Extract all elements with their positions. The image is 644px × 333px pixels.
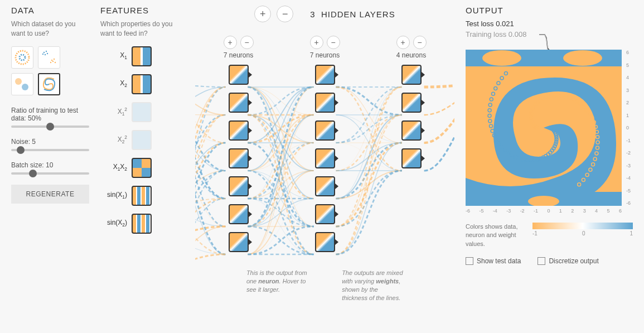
feature-toggle-4[interactable] — [132, 158, 152, 178]
svg-point-4 — [45, 54, 46, 55]
neuron-l2-n3[interactable] — [401, 148, 422, 168]
neuron-count-layer-1: 7 neurons — [310, 51, 340, 59]
colorbar-labels: -101 — [532, 230, 633, 237]
data-question: Which dataset do you want to use? — [11, 20, 89, 38]
regenerate-button[interactable]: REGENERATE — [11, 185, 89, 204]
feature-toggle-5[interactable] — [132, 186, 152, 206]
neuron-l0-n1[interactable] — [229, 93, 249, 113]
hidden-layers-label: HIDDEN LAYERS — [321, 9, 395, 19]
neuron-l1-n5[interactable] — [315, 204, 335, 224]
neuron-l1-n6[interactable] — [315, 232, 335, 252]
svg-point-6 — [47, 52, 48, 54]
noise-slider[interactable] — [11, 149, 89, 151]
feature-label-4: X1X2 — [100, 163, 127, 172]
svg-point-5 — [42, 53, 43, 54]
feature-label-3: X22 — [100, 134, 127, 144]
svg-point-1 — [20, 55, 25, 60]
neuron-l0-n2[interactable] — [229, 120, 249, 141]
plot-x-axis: -6-5-4-3-2-10123456 — [466, 208, 622, 214]
colorbar — [532, 223, 633, 229]
test-loss: Test loss 0.021 — [466, 20, 633, 28]
remove-neuron-layer-0[interactable]: − — [240, 36, 254, 49]
feature-toggle-1[interactable] — [132, 74, 152, 94]
feature-toggle-2[interactable] — [132, 102, 152, 122]
neuron-l2-n2[interactable] — [401, 120, 422, 141]
dataset-gaussians[interactable] — [38, 46, 60, 69]
add-neuron-layer-2[interactable]: + — [396, 36, 410, 49]
colorbar-caption: Colors shows data, neuron and weight val… — [466, 223, 521, 248]
neuron-count-layer-2: 4 neurons — [396, 51, 426, 59]
discretize-output-checkbox[interactable]: Discretize output — [538, 257, 598, 265]
data-heading: DATA — [11, 6, 89, 15]
neuron-l0-n6[interactable] — [229, 232, 249, 252]
hidden-count: 3 — [310, 9, 315, 19]
dataset-spiral[interactable] — [38, 73, 60, 95]
svg-point-17 — [482, 50, 521, 66]
dataset-circles[interactable] — [11, 46, 33, 69]
svg-point-3 — [46, 50, 47, 51]
neuron-l1-n0[interactable] — [315, 65, 335, 85]
svg-point-13 — [22, 84, 28, 90]
neuron-l0-n4[interactable] — [229, 176, 249, 196]
neuron-l2-n1[interactable] — [401, 93, 422, 113]
feature-toggle-0[interactable] — [132, 46, 152, 66]
remove-layer-button[interactable]: − — [277, 6, 293, 22]
svg-point-12 — [15, 78, 22, 85]
svg-point-2 — [43, 51, 45, 52]
svg-point-8 — [50, 61, 51, 62]
svg-point-9 — [54, 58, 55, 59]
neuron-l0-n3[interactable] — [229, 148, 249, 168]
ratio-slider[interactable] — [11, 126, 89, 128]
output-plot[interactable]: 6543210-1-2-3-4-5-6 -6-5-4-3-2-10123456 — [466, 50, 622, 206]
dataset-blobs[interactable] — [11, 73, 33, 95]
feature-toggle-6[interactable] — [132, 214, 152, 234]
neuron-l1-n2[interactable] — [315, 120, 335, 141]
remove-neuron-layer-1[interactable]: − — [327, 36, 340, 49]
ratio-label: Ratio of training to test data: 50% — [11, 107, 89, 122]
neuron-l1-n1[interactable] — [315, 93, 335, 113]
add-neuron-layer-1[interactable]: + — [310, 36, 323, 49]
svg-point-7 — [52, 60, 54, 61]
svg-point-10 — [51, 59, 52, 60]
show-test-data-checkbox[interactable]: Show test data — [466, 257, 521, 265]
neuron-l1-n4[interactable] — [315, 176, 335, 196]
svg-point-0 — [16, 51, 29, 64]
dataset-selector — [11, 46, 89, 95]
feature-label-6: sin(X2) — [100, 219, 127, 228]
annotation-neuron: This is the output from one neuron. Hove… — [246, 269, 308, 302]
svg-point-18 — [563, 50, 602, 66]
add-neuron-layer-0[interactable]: + — [224, 36, 237, 49]
svg-point-11 — [55, 61, 56, 62]
batch-label: Batch size: 10 — [11, 161, 89, 169]
feature-label-2: X12 — [100, 107, 127, 117]
features-heading: FEATURES — [100, 6, 184, 15]
feature-toggle-3[interactable] — [132, 130, 152, 150]
noise-label: Noise: 5 — [11, 138, 89, 146]
neuron-l0-n5[interactable] — [229, 204, 249, 224]
feature-label-0: X1 — [100, 51, 127, 60]
add-layer-button[interactable]: + — [254, 6, 271, 22]
features-question: Which properties do you want to feed in? — [100, 20, 184, 38]
neuron-l1-n3[interactable] — [315, 148, 335, 168]
neuron-l0-n0[interactable] — [229, 65, 249, 85]
annotation-weights: The outputs are mixed with varying weigh… — [342, 269, 403, 302]
batch-slider[interactable] — [11, 172, 89, 175]
plot-y-axis: 6543210-1-2-3-4-5-6 — [626, 50, 631, 206]
remove-neuron-layer-2[interactable]: − — [413, 36, 427, 49]
neuron-count-layer-0: 7 neurons — [224, 51, 253, 59]
feature-label-5: sin(X1) — [100, 191, 127, 200]
feature-label-1: X2 — [100, 79, 127, 88]
neuron-l2-n0[interactable] — [401, 65, 422, 85]
output-heading: OUTPUT — [466, 6, 633, 15]
